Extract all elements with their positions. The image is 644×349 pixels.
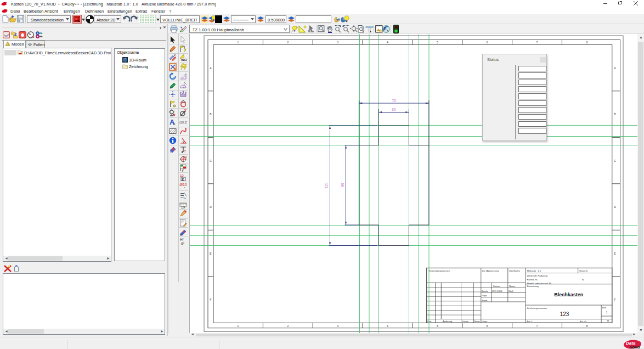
- svg-text:Modell- oder Gesenk-Nr.: Modell- oder Gesenk-Nr.: [527, 282, 552, 285]
- svg-text:3: 3: [337, 324, 338, 328]
- svg-text:2: 2: [287, 41, 289, 44]
- svg-text:Bearb.: Bearb.: [482, 290, 488, 292]
- svg-text:E: E: [210, 252, 212, 255]
- svg-text:Zul. Abweichung: Zul. Abweichung: [482, 269, 499, 272]
- svg-text:Verwendungsbereich: Verwendungsbereich: [428, 269, 450, 272]
- svg-text:Norm: Norm: [482, 299, 488, 302]
- svg-text:Ers. f.:: Ers. f.:: [527, 320, 534, 323]
- svg-text:A: A: [210, 66, 212, 70]
- svg-text:4: 4: [387, 324, 388, 328]
- svg-text:6: 6: [487, 324, 488, 328]
- svg-text:E: E: [384, 26, 387, 31]
- svg-text:123: 123: [560, 311, 569, 317]
- svg-text:10: 10: [184, 155, 188, 159]
- svg-text:C: C: [614, 159, 616, 162]
- svg-text:Werkstoff, Halbzeug: Werkstoff, Halbzeug: [527, 274, 548, 277]
- svg-text:Ers. d.:: Ers. d.:: [580, 320, 587, 323]
- svg-text:4: 4: [387, 41, 388, 44]
- svg-text:(10,15): (10,15): [179, 121, 187, 124]
- svg-text:Benennung: Benennung: [527, 285, 539, 288]
- svg-text:8: 8: [586, 41, 588, 44]
- svg-text:C: C: [210, 159, 212, 162]
- svg-text:Urspr.: Urspr.: [482, 320, 488, 323]
- svg-text:Datum: Datum: [462, 320, 468, 323]
- svg-text:6: 6: [487, 41, 488, 44]
- svg-text:1: 1: [238, 41, 239, 44]
- svg-text:7: 7: [536, 324, 538, 328]
- svg-text:Blechkasten: Blechkasten: [554, 292, 583, 297]
- svg-text:Solid: Solid: [629, 345, 641, 349]
- svg-text:80: 80: [341, 183, 344, 187]
- svg-text:D: D: [614, 205, 616, 209]
- svg-text:F: F: [210, 298, 211, 301]
- svg-text:°: °: [184, 187, 185, 190]
- svg-text:3: 3: [337, 41, 338, 44]
- svg-text:28.1.2005: 28.1.2005: [492, 290, 502, 292]
- svg-text:Rohteil-Nr.: Rohteil-Nr.: [527, 278, 538, 281]
- svg-text:Maßstab 1:1: Maßstab 1:1: [527, 269, 541, 272]
- svg-text:30: 30: [392, 108, 396, 111]
- svg-text:g⁶: g⁶: [181, 241, 185, 245]
- svg-text:Wolf: Wolf: [509, 290, 513, 292]
- svg-text:B: B: [614, 112, 616, 116]
- svg-text:Gepr.: Gepr.: [482, 294, 487, 297]
- svg-text:N: N: [582, 278, 584, 281]
- svg-text:2: 2: [14, 32, 17, 37]
- svg-text:5: 5: [437, 41, 438, 44]
- svg-text:Norm: Norm: [474, 320, 480, 323]
- svg-text:INCL: INCL: [181, 58, 187, 61]
- svg-text:10: 10: [180, 174, 184, 177]
- svg-text:8: 8: [586, 324, 588, 328]
- svg-text:Gewicht: Gewicht: [579, 269, 588, 272]
- svg-text:E: E: [182, 177, 184, 181]
- svg-text:5: 5: [437, 324, 438, 328]
- svg-text:Zeichnungsnummer: Zeichnungsnummer: [527, 307, 548, 309]
- svg-text:E: E: [614, 252, 616, 255]
- svg-text:Name: Name: [509, 285, 516, 288]
- svg-text:D: D: [210, 205, 212, 209]
- svg-text:Blatt: Blatt: [602, 307, 607, 309]
- svg-text:A: A: [614, 66, 616, 70]
- svg-text:Zust: Zust: [427, 320, 432, 323]
- svg-text:1: 1: [238, 324, 239, 328]
- svg-text:F: F: [182, 168, 184, 172]
- svg-text:F: F: [614, 298, 615, 301]
- svg-text:B: B: [210, 112, 212, 116]
- svg-text:124: 124: [181, 206, 185, 208]
- svg-text:Oberfläche: Oberfläche: [509, 269, 521, 272]
- svg-text:70: 70: [392, 99, 396, 103]
- svg-text:T: T: [184, 150, 187, 153]
- svg-text:1: 1: [606, 311, 608, 314]
- svg-text:Ø10: Ø10: [180, 183, 187, 187]
- svg-text:120: 120: [324, 182, 328, 188]
- svg-text:Datum: Datum: [493, 285, 500, 288]
- svg-text:Bl.: Bl.: [607, 320, 609, 322]
- svg-text:Änderung: Änderung: [443, 320, 452, 323]
- svg-text:2: 2: [287, 324, 289, 328]
- svg-text:b: b: [173, 122, 176, 126]
- svg-text:7: 7: [536, 41, 538, 44]
